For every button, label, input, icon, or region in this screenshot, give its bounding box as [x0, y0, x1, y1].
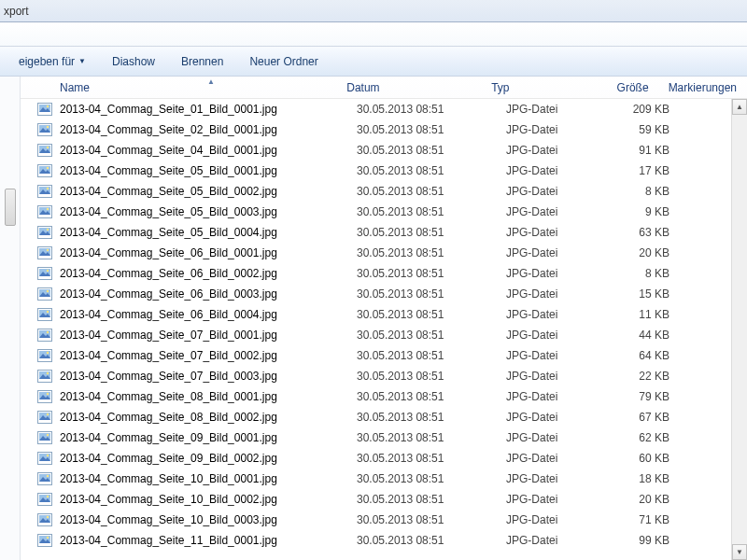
file-name: 2013-04_Commag_Seite_09_Bild_0001.jpg	[60, 431, 277, 444]
scroll-up-button[interactable]: ▲	[732, 99, 747, 115]
file-size: 22 KB	[595, 370, 679, 383]
svg-point-27	[47, 229, 49, 231]
address-bar[interactable]	[0, 22, 747, 47]
file-row[interactable]: 2013-04_Commag_Seite_01_Bild_0001.jpg30.…	[21, 99, 747, 119]
file-size: 62 KB	[595, 431, 679, 444]
file-row[interactable]: 2013-04_Commag_Seite_05_Bild_0004.jpg30.…	[21, 222, 747, 243]
window-titlebar: xport	[0, 0, 747, 22]
file-row[interactable]: 2013-04_Commag_Seite_09_Bild_0002.jpg30.…	[21, 448, 747, 469]
file-type: JPG-Datei	[497, 411, 595, 424]
navigation-pane[interactable]	[0, 77, 21, 560]
file-date: 30.05.2013 08:51	[347, 452, 497, 465]
share-button[interactable]: eigeben für ▼	[7, 51, 97, 72]
file-row[interactable]: 2013-04_Commag_Seite_04_Bild_0001.jpg30.…	[21, 140, 747, 161]
svg-point-75	[47, 475, 49, 477]
svg-point-3	[47, 105, 49, 107]
file-type: JPG-Datei	[497, 144, 595, 157]
image-file-icon	[37, 329, 52, 342]
svg-point-55	[47, 372, 49, 374]
file-type: JPG-Datei	[497, 329, 595, 342]
svg-point-19	[47, 188, 49, 189]
column-header-type[interactable]: Typ	[482, 77, 577, 98]
image-file-icon	[37, 308, 52, 321]
file-row[interactable]: 2013-04_Commag_Seite_06_Bild_0004.jpg30.…	[21, 304, 747, 325]
svg-point-43	[47, 311, 49, 313]
file-date: 30.05.2013 08:51	[347, 370, 497, 383]
file-type: JPG-Datei	[497, 287, 595, 301]
file-row[interactable]: 2013-04_Commag_Seite_02_Bild_0001.jpg30.…	[21, 119, 747, 140]
column-headers: Name Datum Typ Größe Markierungen	[21, 77, 747, 99]
file-date: 30.05.2013 08:51	[347, 472, 497, 485]
file-type: JPG-Datei	[497, 123, 595, 136]
image-file-icon	[37, 164, 52, 177]
file-row[interactable]: 2013-04_Commag_Seite_05_Bild_0003.jpg30.…	[21, 202, 747, 222]
image-file-icon	[37, 370, 52, 383]
image-file-icon	[37, 246, 52, 259]
file-row[interactable]: 2013-04_Commag_Seite_06_Bild_0002.jpg30.…	[21, 263, 747, 284]
svg-point-59	[47, 393, 49, 395]
sort-ascending-icon: ▲	[207, 77, 215, 86]
column-header-date[interactable]: Datum	[337, 77, 482, 98]
window-title: xport	[4, 5, 29, 18]
burn-button[interactable]: Brennen	[170, 51, 234, 72]
file-row[interactable]: 2013-04_Commag_Seite_07_Bild_0003.jpg30.…	[21, 366, 747, 386]
new-folder-button[interactable]: Neuer Ordner	[238, 51, 329, 72]
file-size: 15 KB	[595, 287, 679, 301]
file-name: 2013-04_Commag_Seite_06_Bild_0001.jpg	[60, 246, 277, 259]
file-name: 2013-04_Commag_Seite_09_Bild_0002.jpg	[60, 452, 277, 465]
file-name: 2013-04_Commag_Seite_11_Bild_0001.jpg	[60, 534, 277, 547]
file-row[interactable]: 2013-04_Commag_Seite_11_Bild_0001.jpg30.…	[21, 530, 747, 551]
file-date: 30.05.2013 08:51	[347, 390, 497, 403]
image-file-icon	[37, 513, 52, 526]
vertical-scrollbar[interactable]: ▲ ▼	[731, 99, 747, 560]
file-row[interactable]: 2013-04_Commag_Seite_08_Bild_0002.jpg30.…	[21, 407, 747, 427]
image-file-icon	[37, 103, 52, 116]
svg-point-11	[47, 147, 49, 148]
file-date: 30.05.2013 08:51	[347, 349, 497, 362]
file-row[interactable]: 2013-04_Commag_Seite_05_Bild_0002.jpg30.…	[21, 181, 747, 202]
file-type: JPG-Datei	[497, 349, 595, 362]
file-row[interactable]: 2013-04_Commag_Seite_10_Bild_0002.jpg30.…	[21, 489, 747, 510]
column-header-name[interactable]: Name	[21, 77, 337, 98]
file-row[interactable]: 2013-04_Commag_Seite_08_Bild_0001.jpg30.…	[21, 386, 747, 407]
file-row[interactable]: 2013-04_Commag_Seite_10_Bild_0003.jpg30.…	[21, 510, 747, 530]
file-type: JPG-Datei	[497, 513, 595, 526]
image-file-icon	[37, 431, 52, 444]
file-name: 2013-04_Commag_Seite_05_Bild_0004.jpg	[60, 226, 277, 239]
file-name: 2013-04_Commag_Seite_05_Bild_0002.jpg	[60, 185, 277, 198]
file-type: JPG-Datei	[497, 534, 595, 547]
column-header-tags[interactable]: Markierungen	[659, 77, 747, 98]
file-size: 20 KB	[595, 246, 679, 259]
column-header-size[interactable]: Größe	[577, 77, 659, 98]
file-date: 30.05.2013 08:51	[347, 185, 497, 198]
slideshow-button[interactable]: Diashow	[101, 51, 166, 72]
nav-scroll-grip[interactable]	[5, 189, 16, 226]
burn-label: Brennen	[181, 55, 223, 68]
file-row[interactable]: 2013-04_Commag_Seite_10_Bild_0001.jpg30.…	[21, 469, 747, 489]
file-size: 8 KB	[595, 185, 679, 198]
scroll-down-button[interactable]: ▼	[732, 544, 747, 560]
file-type: JPG-Datei	[497, 205, 595, 218]
file-size: 11 KB	[595, 308, 679, 321]
file-row[interactable]: 2013-04_Commag_Seite_09_Bild_0001.jpg30.…	[21, 427, 747, 448]
file-type: JPG-Datei	[497, 185, 595, 198]
file-date: 30.05.2013 08:51	[347, 534, 497, 547]
file-size: 59 KB	[595, 123, 679, 136]
file-row[interactable]: 2013-04_Commag_Seite_07_Bild_0001.jpg30.…	[21, 325, 747, 345]
file-row[interactable]: 2013-04_Commag_Seite_06_Bild_0003.jpg30.…	[21, 284, 747, 304]
file-date: 30.05.2013 08:51	[347, 103, 497, 116]
file-type: JPG-Datei	[497, 370, 595, 383]
svg-point-35	[47, 270, 49, 272]
file-row[interactable]: 2013-04_Commag_Seite_06_Bild_0001.jpg30.…	[21, 243, 747, 263]
file-row[interactable]: 2013-04_Commag_Seite_07_Bild_0002.jpg30.…	[21, 345, 747, 366]
file-name: 2013-04_Commag_Seite_06_Bild_0002.jpg	[60, 267, 277, 280]
svg-point-23	[47, 208, 49, 210]
file-row[interactable]: 2013-04_Commag_Seite_05_Bild_0001.jpg30.…	[21, 161, 747, 181]
file-type: JPG-Datei	[497, 267, 595, 280]
file-size: 44 KB	[595, 329, 679, 342]
file-date: 30.05.2013 08:51	[347, 164, 497, 177]
image-file-icon	[37, 287, 52, 301]
chevron-down-icon: ▼	[78, 57, 86, 65]
image-file-icon	[37, 144, 52, 157]
file-date: 30.05.2013 08:51	[347, 226, 497, 239]
